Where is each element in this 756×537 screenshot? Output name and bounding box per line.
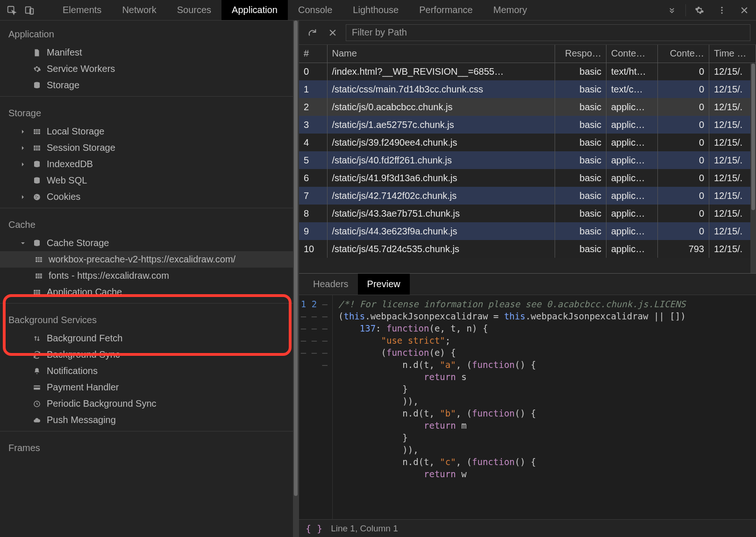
table-cell: applic… [606,187,658,205]
sidebar-item-label: Push Messaging [47,415,116,425]
sidebar-item-indexeddb[interactable]: IndexedDB [0,156,299,172]
pretty-print-icon[interactable]: { } [306,523,322,534]
svg-rect-18 [34,290,40,295]
code-token: this [504,311,526,321]
table-header[interactable]: Name [327,45,555,63]
table-cell: applic… [606,151,658,169]
devtools-tab-lighthouse[interactable]: Lighthouse [342,0,409,20]
chevron-right-icon[interactable] [21,146,27,150]
table-cell: /static/js/44.3e623f9a.chunk.js [327,222,555,240]
sidebar-item-application-cache[interactable]: Application Cache [0,284,299,300]
bell-icon [32,366,42,376]
table-cell: 793 [658,240,709,258]
devtools-tab-console[interactable]: Console [288,0,342,20]
devtools-tab-sources[interactable]: Sources [167,0,221,20]
sidebar-item-cache-storage[interactable]: Cache Storage [0,235,299,251]
table-cell: /static/js/1.ae52757c.chunk.js [327,116,555,134]
table-cell: /index.html?__WB_REVISION__=6855… [327,63,555,80]
table-header[interactable]: Respo… [555,45,606,63]
code-token: w [461,469,466,479]
device-toggle-icon[interactable] [21,1,38,19]
table-cell: applic… [606,240,658,258]
table-row[interactable]: 9/static/js/44.3e623f9a.chunk.jsbasicapp… [299,222,756,240]
sidebar-item-label: workbox-precache-v2-https://excalidraw.c… [49,254,235,265]
sidebar-item-workbox-precache-v2-https-excalidraw-com[interactable]: workbox-precache-v2-https://excalidraw.c… [0,251,299,268]
sidebar-item-manifest[interactable]: Manifest [0,44,299,61]
inspect-element-icon[interactable] [3,1,21,19]
table-row[interactable]: 7/static/js/42.7142f02c.chunk.jsbasicapp… [299,187,756,205]
code-token: "c" [440,457,456,467]
svg-rect-7 [34,129,40,134]
chevron-right-icon[interactable] [21,162,27,167]
sidebar-item-label: fonts - https://excalidraw.com [49,270,169,281]
table-header[interactable]: Time … [709,45,756,63]
table-cell: 12/15/. [709,63,756,80]
devtools-tab-performance[interactable]: Performance [409,0,483,20]
sidebar-item-background-sync[interactable]: Background Sync [0,346,299,363]
code-token: this [343,311,365,321]
table-cell: 3 [299,116,327,134]
devtools-tab-memory[interactable]: Memory [483,0,537,20]
sidebar-item-periodic-background-sync[interactable]: Periodic Background Sync [0,396,299,412]
sidebar-item-service-workers[interactable]: Service Workers [0,61,299,77]
table-row[interactable]: 4/static/js/39.f2490ee4.chunk.jsbasicapp… [299,134,756,151]
chevron-right-icon[interactable] [21,129,27,134]
table-cell: /static/js/42.7142f02c.chunk.js [327,187,555,205]
devtools-tab-network[interactable]: Network [112,0,166,20]
table-header[interactable]: Conte… [606,45,658,63]
sidebar-section-frames: Frames [0,434,299,458]
sidebar-item-background-fetch[interactable]: Background Fetch [0,330,299,346]
table-cell: 0 [658,205,709,222]
sidebar-item-cookies[interactable]: Cookies [0,189,299,205]
sidebar-item-storage[interactable]: Storage [0,77,299,93]
filter-path-input[interactable] [346,24,750,41]
grid-icon [34,271,44,281]
table-row[interactable]: 8/static/js/43.3ae7b751.chunk.jsbasicapp… [299,205,756,222]
table-cell: text/c… [606,80,658,98]
cache-table-wrap: #NameRespo…Conte…Conte…Time … 0/index.ht… [299,45,756,274]
settings-icon[interactable] [691,1,708,19]
table-cell: 12/15/. [709,80,756,98]
gear-icon [32,64,42,74]
sidebar-item-payment-handler[interactable]: Payment Handler [0,379,299,396]
table-header[interactable]: # [299,45,327,63]
chevron-right-icon[interactable] [21,195,27,199]
table-row[interactable]: 1/static/css/main.7d14b3cc.chunk.cssbasi… [299,80,756,98]
kebab-menu-icon[interactable] [713,1,731,19]
detail-tab-headers[interactable]: Headers [304,274,358,295]
table-cell: 12/15/. [709,240,756,258]
table-cell: /static/js/39.f2490ee4.chunk.js [327,134,555,151]
detail-tab-preview[interactable]: Preview [358,274,410,295]
close-icon[interactable] [735,1,753,19]
devtools-tab-elements[interactable]: Elements [52,0,112,20]
devtools-tab-application[interactable]: Application [221,0,288,20]
cookie-icon [32,192,42,202]
table-row[interactable]: 10/static/js/45.7d24c535.chunk.jsbasicap… [299,240,756,258]
code-token: function [472,408,515,418]
sidebar-item-fonts-https-excalidraw-com[interactable]: fonts - https://excalidraw.com [0,268,299,284]
updown-icon [32,333,42,344]
sidebar-item-push-messaging[interactable]: Push Messaging [0,412,299,428]
table-header[interactable]: Conte… [658,45,709,63]
table-row[interactable]: 3/static/js/1.ae52757c.chunk.jsbasicappl… [299,116,756,134]
table-row[interactable]: 5/static/js/40.fd2ff261.chunk.jsbasicapp… [299,151,756,169]
sidebar-item-web-sql[interactable]: Web SQL [0,172,299,189]
sidebar-scrollbar[interactable] [293,21,299,537]
table-cell: basic [555,169,606,187]
table-row[interactable]: 6/static/js/41.9f3d13a6.chunk.jsbasicapp… [299,169,756,187]
table-cell: applic… [606,116,658,134]
code-content[interactable]: /*! For license information please see 0… [333,295,756,519]
sidebar-item-session-storage[interactable]: Session Storage [0,140,299,156]
table-row[interactable]: 2/static/js/0.acabcbcc.chunk.jsbasicappl… [299,98,756,116]
sidebar-item-label: Service Workers [47,64,115,74]
delete-entry-icon[interactable] [325,25,340,40]
table-cell: 12/15/. [709,134,756,151]
more-tabs-icon[interactable] [663,1,681,19]
chevron-down-icon[interactable] [21,241,27,246]
sidebar-item-notifications[interactable]: Notifications [0,363,299,379]
sidebar-item-local-storage[interactable]: Local Storage [0,123,299,140]
reload-icon[interactable] [305,25,320,40]
table-scrollbar[interactable] [750,64,756,273]
table-cell: basic [555,80,606,98]
table-row[interactable]: 0/index.html?__WB_REVISION__=6855…basict… [299,63,756,80]
